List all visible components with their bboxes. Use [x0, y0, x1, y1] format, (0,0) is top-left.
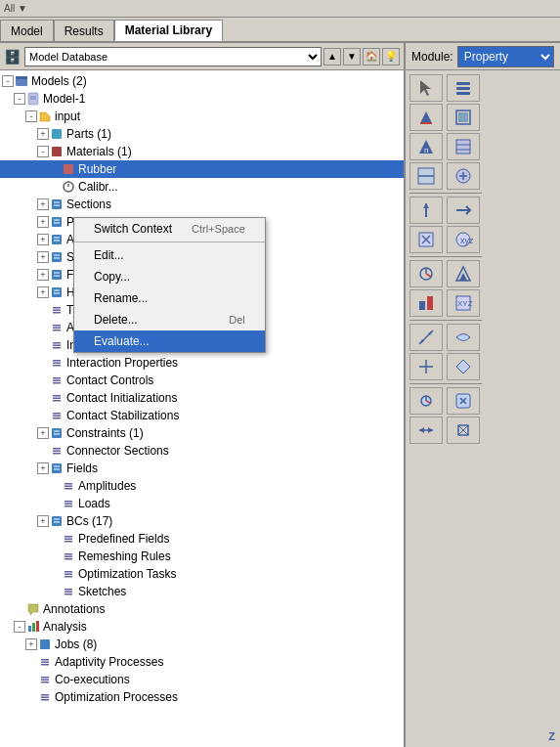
tree-item-calibr[interactable]: Calibr... — [0, 178, 404, 196]
tree-expander-parts[interactable]: + — [37, 128, 49, 140]
nav-up-btn[interactable]: ▲ — [323, 48, 341, 66]
toolbar-icon-8[interactable] — [409, 197, 443, 224]
tree-item-optimization[interactable]: Optimization Tasks — [0, 565, 404, 583]
tree-expander-sections[interactable]: + — [37, 198, 49, 210]
tree-item-fields[interactable]: +Fields — [0, 460, 404, 477]
tree-item-contact-stab[interactable]: Contact Stabilizations — [0, 407, 404, 424]
svg-rect-1 — [16, 76, 27, 79]
tab-model[interactable]: Model — [0, 20, 54, 41]
info-btn[interactable]: 💡 — [382, 48, 400, 66]
tree-expander-materials[interactable]: - — [37, 146, 49, 157]
tree-expander-input[interactable]: - — [25, 110, 37, 122]
tree-expander-bcs[interactable]: + — [37, 515, 49, 527]
context-menu-item-evaluate[interactable]: Evaluate... — [74, 330, 265, 352]
nav-down-btn[interactable]: ▼ — [343, 48, 361, 66]
toolbar-icon-22[interactable] — [409, 417, 443, 444]
z-label: Z — [548, 730, 555, 742]
tree-item-materials[interactable]: -Materials (1) — [0, 143, 404, 160]
context-menu-item-delete[interactable]: Delete...Del — [74, 309, 265, 330]
context-menu-item-copy[interactable]: Copy... — [74, 266, 265, 287]
svg-rect-35 — [53, 345, 61, 347]
tree-icon-materials — [50, 145, 64, 158]
tree-icon-profiles — [50, 215, 64, 229]
svg-rect-64 — [52, 516, 62, 526]
toolbar-icon-5[interactable] — [447, 133, 480, 160]
tree-expander-constraints[interactable]: + — [37, 427, 49, 439]
toolbar-icon-17[interactable] — [447, 324, 480, 351]
svg-rect-40 — [53, 377, 61, 379]
tree-item-bcs[interactable]: +BCs (17) — [0, 512, 404, 530]
tree-item-remeshing[interactable]: Remeshing Rules — [0, 548, 404, 565]
tree-item-annotations[interactable]: Annotations — [0, 600, 404, 618]
tree-item-models[interactable]: -Models (2) — [0, 72, 404, 90]
toolbar-icon-23[interactable] — [447, 417, 480, 444]
tree-item-interaction-props[interactable]: Interaction Properties — [0, 354, 404, 372]
toolbar-icon-15[interactable]: XYZ — [447, 289, 480, 317]
toolbar-icon-21[interactable] — [447, 387, 480, 415]
tree-expander-history[interactable]: + — [37, 286, 49, 298]
toolbar-icon-13[interactable] — [447, 260, 480, 287]
toolbar-icon-6[interactable] — [409, 162, 443, 190]
toolbar-icon-20[interactable] — [409, 387, 443, 415]
tree-item-constraints[interactable]: +Constraints (1) — [0, 424, 404, 442]
toolbar-icon-3[interactable] — [447, 104, 480, 131]
tab-results[interactable]: Results — [54, 20, 114, 41]
tree-label-model1: Model-1 — [43, 92, 85, 106]
toolbar-icon-2[interactable] — [409, 104, 443, 131]
context-menu-item-edit[interactable]: Edit... — [74, 244, 265, 266]
tree-expander-assembly[interactable]: + — [37, 234, 49, 245]
toolbar-icon-9[interactable] — [447, 197, 480, 224]
tree-item-amplitudes[interactable]: Amplitudes — [0, 477, 404, 495]
tree-expander-jobs[interactable]: + — [25, 638, 37, 650]
svg-rect-71 — [65, 556, 72, 558]
toolbar-icon-1[interactable] — [447, 74, 480, 102]
toolbar-icon-14[interactable] — [409, 289, 443, 317]
tree-expander-fields[interactable]: + — [37, 462, 49, 474]
toolbar-icon-0[interactable] — [409, 74, 443, 102]
tree-item-contact-init[interactable]: Contact Initializations — [0, 389, 404, 407]
module-dropdown[interactable]: Property — [457, 46, 554, 67]
home-btn[interactable]: 🏠 — [363, 48, 380, 66]
tree-item-model1[interactable]: -Model-1 — [0, 90, 404, 108]
toolbar-icon-11[interactable]: xyz — [447, 226, 480, 253]
tree-item-co-exec[interactable]: Co-executions — [0, 671, 404, 688]
tree-expander-profiles[interactable]: + — [37, 216, 49, 228]
tree-item-contact-controls[interactable]: Contact Controls — [0, 372, 404, 389]
toolbar-icon-12[interactable] — [409, 260, 443, 287]
tree-item-adaptivity[interactable]: Adaptivity Processes — [0, 653, 404, 671]
toolbar-icon-10[interactable] — [409, 226, 443, 253]
context-menu-item-switch-context[interactable]: Switch ContextCtrl+Space — [74, 218, 265, 240]
tree-expander-analysis[interactable]: - — [14, 621, 25, 633]
tree-expander-models[interactable]: - — [2, 75, 14, 87]
tree-expander-model1[interactable]: - — [14, 93, 25, 105]
tree-item-input[interactable]: -input — [0, 108, 404, 125]
tree-label-rubber: Rubber — [78, 162, 116, 176]
toolbar-icon-7[interactable] — [447, 162, 480, 190]
tree-item-parts[interactable]: +Parts (1) — [0, 125, 404, 143]
tree-item-loads[interactable]: Loads — [0, 495, 404, 512]
svg-rect-22 — [52, 270, 62, 280]
tree-item-predefined[interactable]: Predefined Fields — [0, 530, 404, 548]
toolbar-icon-4[interactable]: n — [409, 133, 443, 160]
toolbar-icon-16[interactable] — [409, 324, 443, 351]
model-tree: -Models (2)-Model-1-input+Parts (1)-Mate… — [0, 70, 404, 747]
tree-item-rubber[interactable]: Rubber — [0, 160, 404, 178]
toolbar-icon-18[interactable] — [409, 353, 443, 380]
svg-rect-90 — [41, 697, 49, 699]
tree-item-connector-sections[interactable]: Connector Sections — [0, 442, 404, 460]
toolbar-icon-19[interactable] — [447, 353, 480, 380]
svg-rect-80 — [32, 623, 35, 632]
svg-rect-89 — [41, 694, 49, 696]
tree-item-jobs[interactable]: +Jobs (8) — [0, 636, 404, 653]
tree-expander-field[interactable]: + — [37, 269, 49, 281]
tree-item-sketches[interactable]: Sketches — [0, 583, 404, 600]
context-menu-item-rename[interactable]: Rename... — [74, 287, 265, 309]
tab-material-library[interactable]: Material Library — [114, 20, 223, 41]
svg-rect-72 — [65, 558, 72, 560]
tree-expander-steps[interactable]: + — [37, 251, 49, 263]
svg-rect-87 — [41, 680, 49, 681]
model-db-dropdown[interactable]: Model Database — [24, 47, 322, 66]
tree-item-analysis[interactable]: -Analysis — [0, 618, 404, 636]
tree-item-sections[interactable]: +Sections — [0, 196, 404, 213]
tree-item-opt-processes[interactable]: Optimization Processes — [0, 688, 404, 706]
